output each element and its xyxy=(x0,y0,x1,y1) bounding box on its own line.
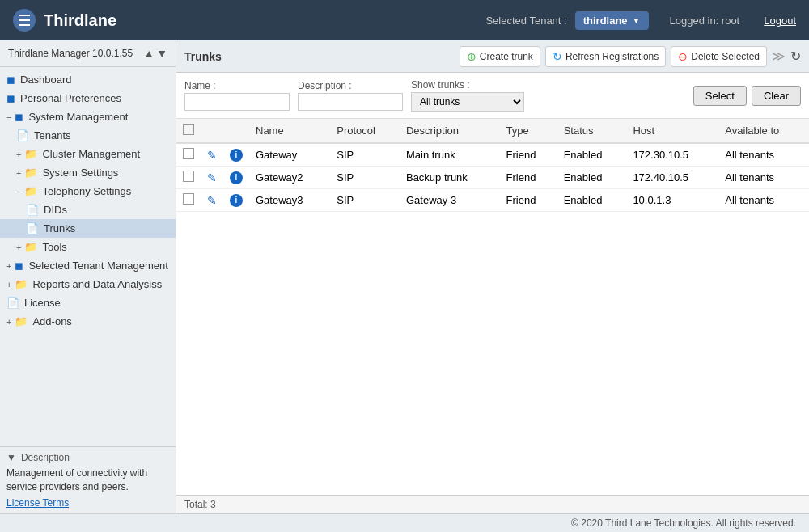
app-title: Thirdlane xyxy=(44,11,116,30)
row-host: 172.30.10.5 xyxy=(626,143,718,167)
sidebar-item-tenants[interactable]: 📄 Tenants xyxy=(0,126,176,145)
description-filter-label: Description : xyxy=(298,80,403,91)
row-name: Gateway xyxy=(249,143,330,167)
sidebar-item-selected-tenant-mgmt[interactable]: + ◼ Selected Tenant Management xyxy=(0,256,176,275)
table-header-row: Name Protocol Description Type Status Ho… xyxy=(176,119,809,143)
license-icon: 📄 xyxy=(6,297,19,309)
logo-area: Thirdlane xyxy=(13,9,485,32)
row-protocol: SIP xyxy=(330,189,400,212)
row-checkbox[interactable] xyxy=(183,193,194,205)
table-row: ✎ i Gateway2 SIP Backup trunk Friend Ena… xyxy=(176,167,809,189)
license-terms-link[interactable]: License Terms xyxy=(6,497,169,509)
row-info-cell: i xyxy=(223,167,249,189)
edit-icon[interactable]: ✎ xyxy=(207,171,217,184)
delete-selected-button[interactable]: ⊖ Delete Selected xyxy=(671,46,767,67)
info-icon[interactable]: i xyxy=(230,171,243,184)
content-toolbar: Trunks ⊕ Create trunk ↻ Refresh Registra… xyxy=(176,40,809,73)
clear-button[interactable]: Clear xyxy=(752,86,801,106)
row-edit-cell: ✎ xyxy=(201,167,223,189)
col-header-check xyxy=(176,119,201,143)
edit-icon[interactable]: ✎ xyxy=(207,194,217,207)
description-header-label: Description xyxy=(21,452,70,463)
tenant-dropdown[interactable]: thirdlane ▼ xyxy=(575,11,649,30)
dids-icon: 📄 xyxy=(26,204,39,216)
info-icon[interactable]: i xyxy=(230,149,243,162)
row-type: Friend xyxy=(500,167,557,189)
sidebar-item-reports[interactable]: + 📁 Reports and Data Analysiss xyxy=(0,275,176,293)
sidebar-header: Thirdlane Manager 10.0.1.55 ▲ ▼ xyxy=(0,40,176,67)
select-button[interactable]: Select xyxy=(693,86,747,106)
name-filter-input[interactable] xyxy=(184,93,290,111)
show-trunks-label: Show trunks : xyxy=(411,79,524,91)
sidebar-item-label: Add-ons xyxy=(32,315,169,327)
expand-icon: + xyxy=(16,150,21,159)
sidebar-collapse-down[interactable]: ▼ xyxy=(156,47,167,60)
row-available: All tenants xyxy=(718,189,809,212)
cluster-mgmt-icon: 📁 xyxy=(24,148,37,160)
name-filter-group: Name : xyxy=(184,80,290,111)
create-trunk-button[interactable]: ⊕ Create trunk xyxy=(460,46,540,67)
description-toggle[interactable]: ▼ Description xyxy=(6,452,169,463)
row-status: Enabled xyxy=(557,189,627,212)
sidebar-item-personal-preferences[interactable]: ◼ Personal Preferences xyxy=(0,89,176,108)
row-status: Enabled xyxy=(557,167,627,189)
info-icon[interactable]: i xyxy=(230,194,243,207)
toolbar-actions: ⊕ Create trunk ↻ Refresh Registrations ⊖… xyxy=(460,46,801,67)
sidebar-version: Thirdlane Manager 10.0.1.55 xyxy=(8,48,133,59)
sidebar-item-cluster-management[interactable]: + 📁 Cluster Management xyxy=(0,145,176,163)
sidebar-item-label: Dashboard xyxy=(20,74,169,86)
row-checkbox[interactable] xyxy=(183,171,194,182)
show-trunks-filter-group: Show trunks : All trunks Enabled trunks … xyxy=(411,79,524,112)
show-trunks-select[interactable]: All trunks Enabled trunks Disabled trunk… xyxy=(411,92,524,112)
row-status: Enabled xyxy=(557,143,627,167)
personal-prefs-icon: ◼ xyxy=(6,92,15,104)
dashboard-icon: ◼ xyxy=(6,74,15,86)
system-mgmt-icon: ◼ xyxy=(15,111,23,123)
sidebar: Thirdlane Manager 10.0.1.55 ▲ ▼ ◼ Dashbo… xyxy=(0,40,176,513)
description-text: Management of connectivity with service … xyxy=(6,467,169,494)
row-description: Backup trunk xyxy=(400,167,500,189)
logout-button[interactable]: Logout xyxy=(764,15,796,27)
row-name: Gateway2 xyxy=(249,167,330,189)
sidebar-collapse-buttons: ▲ ▼ xyxy=(143,47,167,60)
filter-actions: Select Clear xyxy=(693,86,801,106)
main-content: Trunks ⊕ Create trunk ↻ Refresh Registra… xyxy=(176,40,809,513)
sidebar-item-label: Tenants xyxy=(34,129,169,141)
select-all-checkbox[interactable] xyxy=(183,124,194,135)
expand-icon: − xyxy=(6,112,11,122)
sidebar-item-tools[interactable]: + 📁 Tools xyxy=(0,238,176,256)
description-filter-input[interactable] xyxy=(298,93,403,111)
col-header-available: Available to xyxy=(718,119,809,143)
row-host: 172.40.10.5 xyxy=(626,167,718,189)
delete-label: Delete Selected xyxy=(691,51,760,62)
sidebar-item-dids[interactable]: 📄 DIDs xyxy=(0,201,176,219)
edit-icon[interactable]: ✎ xyxy=(207,149,217,162)
sidebar-item-addons[interactable]: + 📁 Add-ons xyxy=(0,312,176,331)
sidebar-item-label: Trunks xyxy=(44,222,169,234)
sidebar-item-telephony-settings[interactable]: − 📁 Telephony Settings xyxy=(0,182,176,201)
sidebar-item-label: System Management xyxy=(28,111,169,123)
sidebar-item-label: License xyxy=(24,297,169,309)
sidebar-item-license[interactable]: 📄 License xyxy=(0,293,176,312)
row-checkbox[interactable] xyxy=(183,148,194,159)
sidebar-item-label: Reports and Data Analysiss xyxy=(32,278,169,290)
sidebar-item-trunks[interactable]: 📄 Trunks xyxy=(0,219,176,238)
row-description: Gateway 3 xyxy=(400,189,500,212)
copyright-text: © 2020 Third Lane Technologies. All righ… xyxy=(571,517,796,529)
refresh-registrations-button[interactable]: ↻ Refresh Registrations xyxy=(545,46,666,67)
sidebar-item-system-settings[interactable]: + 📁 System Settings xyxy=(0,163,176,182)
sidebar-item-label: Selected Tenant Management xyxy=(28,260,169,272)
menu-icon[interactable] xyxy=(13,9,36,32)
sidebar-item-system-management[interactable]: − ◼ System Management xyxy=(0,108,176,126)
row-info-cell: i xyxy=(223,143,249,167)
page-refresh-button[interactable]: ↻ xyxy=(790,49,801,64)
sidebar-collapse-up[interactable]: ▲ xyxy=(143,47,155,60)
chevron-down-icon: ▼ xyxy=(6,452,16,463)
addons-icon: 📁 xyxy=(15,315,28,327)
content-footer: Total: 3 xyxy=(176,495,809,513)
col-header-status: Status xyxy=(557,119,627,143)
sidebar-description-panel: ▼ Description Management of connectivity… xyxy=(0,446,176,513)
row-protocol: SIP xyxy=(330,167,400,189)
col-header-type: Type xyxy=(500,119,557,143)
sidebar-item-dashboard[interactable]: ◼ Dashboard xyxy=(0,70,176,89)
